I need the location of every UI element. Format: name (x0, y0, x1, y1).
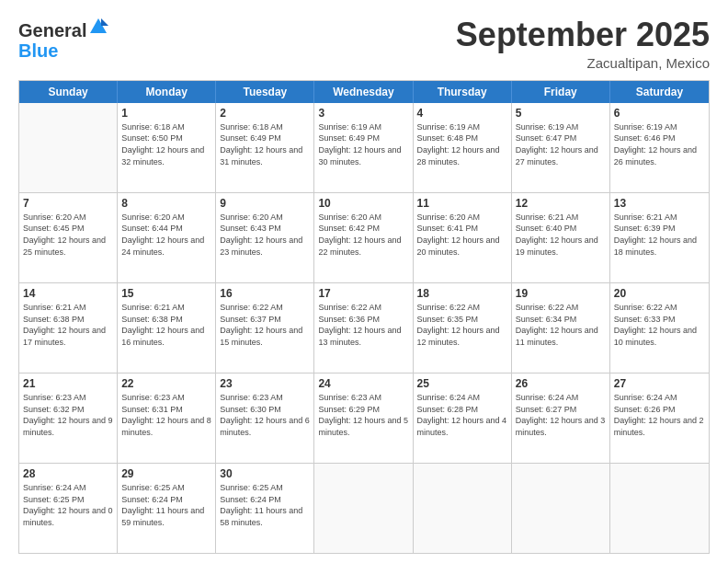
day-number: 8 (121, 196, 211, 211)
calendar-cell: 25Sunrise: 6:24 AM Sunset: 6:28 PM Dayli… (414, 373, 512, 463)
calendar-header: SundayMondayTuesdayWednesdayThursdayFrid… (19, 81, 709, 103)
day-info: Sunrise: 6:24 AM Sunset: 6:28 PM Dayligh… (417, 392, 507, 438)
day-number: 27 (614, 376, 705, 391)
location: Zacualtipan, Mexico (456, 55, 710, 71)
day-number: 16 (220, 286, 310, 301)
day-number: 28 (23, 466, 113, 481)
day-info: Sunrise: 6:18 AM Sunset: 6:50 PM Dayligh… (121, 121, 211, 167)
calendar-row-1: 1Sunrise: 6:18 AM Sunset: 6:50 PM Daylig… (19, 103, 709, 192)
day-info: Sunrise: 6:20 AM Sunset: 6:43 PM Dayligh… (220, 212, 310, 258)
day-number: 5 (516, 106, 606, 121)
weekday-header-sunday: Sunday (19, 81, 118, 103)
day-number: 11 (417, 196, 507, 211)
month-title: September 2025 (456, 17, 710, 53)
day-info: Sunrise: 6:23 AM Sunset: 6:30 PM Dayligh… (220, 392, 310, 438)
day-number: 7 (23, 196, 113, 211)
day-info: Sunrise: 6:24 AM Sunset: 6:25 PM Dayligh… (23, 482, 113, 528)
calendar-cell: 12Sunrise: 6:21 AM Sunset: 6:40 PM Dayli… (512, 193, 610, 282)
calendar-cell: 9Sunrise: 6:20 AM Sunset: 6:43 PM Daylig… (216, 193, 314, 282)
calendar-cell: 6Sunrise: 6:19 AM Sunset: 6:46 PM Daylig… (610, 103, 709, 192)
calendar-body: 1Sunrise: 6:18 AM Sunset: 6:50 PM Daylig… (19, 103, 709, 553)
day-number: 10 (318, 196, 408, 211)
weekday-header-saturday: Saturday (610, 81, 709, 103)
calendar-cell: 17Sunrise: 6:22 AM Sunset: 6:36 PM Dayli… (314, 283, 413, 373)
day-number: 26 (516, 376, 606, 391)
day-number: 17 (318, 286, 408, 301)
calendar-cell (610, 464, 709, 553)
calendar-cell: 22Sunrise: 6:23 AM Sunset: 6:31 PM Dayli… (118, 373, 216, 463)
calendar-cell: 1Sunrise: 6:18 AM Sunset: 6:50 PM Daylig… (118, 103, 216, 192)
day-number: 9 (220, 196, 310, 211)
calendar-cell: 10Sunrise: 6:20 AM Sunset: 6:42 PM Dayli… (314, 193, 413, 282)
calendar-cell: 13Sunrise: 6:21 AM Sunset: 6:39 PM Dayli… (610, 193, 709, 282)
weekday-header-wednesday: Wednesday (314, 81, 413, 103)
calendar-cell: 5Sunrise: 6:19 AM Sunset: 6:47 PM Daylig… (512, 103, 610, 192)
day-info: Sunrise: 6:23 AM Sunset: 6:29 PM Dayligh… (318, 392, 408, 438)
day-info: Sunrise: 6:24 AM Sunset: 6:27 PM Dayligh… (516, 392, 606, 438)
calendar-cell: 19Sunrise: 6:22 AM Sunset: 6:34 PM Dayli… (512, 283, 610, 373)
calendar-cell: 3Sunrise: 6:19 AM Sunset: 6:49 PM Daylig… (314, 103, 413, 192)
day-number: 12 (516, 196, 606, 211)
day-info: Sunrise: 6:22 AM Sunset: 6:33 PM Dayligh… (614, 302, 705, 348)
calendar-cell (19, 103, 118, 192)
calendar-row-2: 7Sunrise: 6:20 AM Sunset: 6:45 PM Daylig… (19, 192, 709, 282)
calendar-cell: 8Sunrise: 6:20 AM Sunset: 6:44 PM Daylig… (118, 193, 216, 282)
day-info: Sunrise: 6:21 AM Sunset: 6:40 PM Dayligh… (516, 212, 606, 258)
header: General Blue September 2025 Zacualtipan,… (18, 17, 710, 71)
day-number: 24 (318, 376, 408, 391)
day-info: Sunrise: 6:21 AM Sunset: 6:38 PM Dayligh… (121, 302, 211, 348)
day-number: 20 (614, 286, 705, 301)
day-info: Sunrise: 6:21 AM Sunset: 6:38 PM Dayligh… (23, 302, 113, 348)
calendar-cell: 26Sunrise: 6:24 AM Sunset: 6:27 PM Dayli… (512, 373, 610, 463)
day-number: 30 (220, 466, 310, 481)
day-info: Sunrise: 6:19 AM Sunset: 6:47 PM Dayligh… (516, 121, 606, 167)
day-number: 13 (614, 196, 705, 211)
calendar-cell: 21Sunrise: 6:23 AM Sunset: 6:32 PM Dayli… (19, 373, 118, 463)
day-number: 6 (614, 106, 705, 121)
calendar-cell: 14Sunrise: 6:21 AM Sunset: 6:38 PM Dayli… (19, 283, 118, 373)
calendar: SundayMondayTuesdayWednesdayThursdayFrid… (18, 80, 710, 554)
logo-blue-text: Blue (18, 40, 58, 61)
weekday-header-thursday: Thursday (414, 81, 512, 103)
day-info: Sunrise: 6:21 AM Sunset: 6:39 PM Dayligh… (614, 212, 705, 258)
day-info: Sunrise: 6:19 AM Sunset: 6:49 PM Dayligh… (318, 121, 408, 167)
day-info: Sunrise: 6:20 AM Sunset: 6:41 PM Dayligh… (417, 212, 507, 258)
calendar-cell: 23Sunrise: 6:23 AM Sunset: 6:30 PM Dayli… (216, 373, 314, 463)
calendar-cell: 28Sunrise: 6:24 AM Sunset: 6:25 PM Dayli… (19, 464, 118, 553)
calendar-cell (414, 464, 512, 553)
day-info: Sunrise: 6:19 AM Sunset: 6:48 PM Dayligh… (417, 121, 507, 167)
day-number: 25 (417, 376, 507, 391)
day-number: 15 (121, 286, 211, 301)
weekday-header-tuesday: Tuesday (216, 81, 314, 103)
weekday-header-friday: Friday (512, 81, 610, 103)
calendar-row-3: 14Sunrise: 6:21 AM Sunset: 6:38 PM Dayli… (19, 282, 709, 373)
day-info: Sunrise: 6:25 AM Sunset: 6:24 PM Dayligh… (121, 482, 211, 528)
page: General Blue September 2025 Zacualtipan,… (0, 0, 728, 563)
day-number: 2 (220, 106, 310, 121)
day-number: 4 (417, 106, 507, 121)
day-number: 19 (516, 286, 606, 301)
calendar-cell: 29Sunrise: 6:25 AM Sunset: 6:24 PM Dayli… (118, 464, 216, 553)
day-info: Sunrise: 6:23 AM Sunset: 6:32 PM Dayligh… (23, 392, 113, 438)
day-number: 29 (121, 466, 211, 481)
day-number: 18 (417, 286, 507, 301)
day-info: Sunrise: 6:22 AM Sunset: 6:37 PM Dayligh… (220, 302, 310, 348)
calendar-cell (512, 464, 610, 553)
day-info: Sunrise: 6:22 AM Sunset: 6:36 PM Dayligh… (318, 302, 408, 348)
calendar-cell: 11Sunrise: 6:20 AM Sunset: 6:41 PM Dayli… (414, 193, 512, 282)
day-info: Sunrise: 6:23 AM Sunset: 6:31 PM Dayligh… (121, 392, 211, 438)
day-number: 3 (318, 106, 408, 121)
svg-marker-1 (101, 18, 108, 26)
logo: General Blue (18, 17, 108, 61)
day-info: Sunrise: 6:24 AM Sunset: 6:26 PM Dayligh… (614, 392, 705, 438)
logo-general-text: General (18, 20, 86, 40)
calendar-cell: 30Sunrise: 6:25 AM Sunset: 6:24 PM Dayli… (216, 464, 314, 553)
title-area: September 2025 Zacualtipan, Mexico (456, 17, 710, 71)
weekday-header-monday: Monday (118, 81, 216, 103)
day-number: 21 (23, 376, 113, 391)
day-number: 14 (23, 286, 113, 301)
day-info: Sunrise: 6:20 AM Sunset: 6:45 PM Dayligh… (23, 212, 113, 258)
day-info: Sunrise: 6:19 AM Sunset: 6:46 PM Dayligh… (614, 121, 705, 167)
day-info: Sunrise: 6:20 AM Sunset: 6:44 PM Dayligh… (121, 212, 211, 258)
day-number: 22 (121, 376, 211, 391)
